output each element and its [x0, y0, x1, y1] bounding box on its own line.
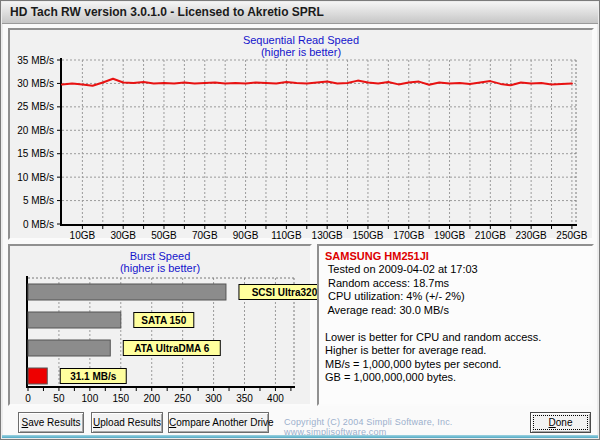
info-line: Average read: 30.0 MB/s	[325, 304, 586, 318]
info-line: Random access: 18.7ms	[325, 277, 586, 291]
burst-speed-chart: 050100150200250300350400SCSI Ultra320SAT…	[10, 246, 310, 404]
window-bottom-border	[2, 435, 598, 438]
svg-text:0: 0	[25, 393, 31, 404]
svg-text:150: 150	[112, 393, 129, 404]
svg-text:30 MB/s: 30 MB/s	[17, 78, 54, 89]
svg-text:170GB: 170GB	[393, 230, 424, 241]
svg-text:100: 100	[82, 393, 99, 404]
svg-text:20 MB/s: 20 MB/s	[17, 125, 54, 136]
info-line	[325, 317, 586, 331]
svg-text:10 MB/s: 10 MB/s	[17, 172, 54, 183]
save-results-button[interactable]: Save Results	[18, 412, 84, 433]
window-title: HD Tach RW version 3.0.1.0 - Licensed to…	[10, 5, 324, 19]
app-window: HD Tach RW version 3.0.1.0 - Licensed to…	[0, 0, 600, 440]
svg-text:25 MB/s: 25 MB/s	[17, 101, 54, 112]
svg-text:130GB: 130GB	[312, 230, 343, 241]
svg-text:50: 50	[53, 393, 65, 404]
svg-text:350: 350	[236, 393, 253, 404]
svg-text:300: 300	[205, 393, 222, 404]
svg-text:5 MB/s: 5 MB/s	[23, 195, 54, 206]
svg-text:0 MB/s: 0 MB/s	[23, 219, 54, 230]
burst-speed-panel: Burst Speed (higher is better) 050100150…	[8, 244, 312, 406]
svg-text:110GB: 110GB	[271, 230, 302, 241]
svg-text:250: 250	[174, 393, 191, 404]
svg-text:190GB: 190GB	[434, 230, 465, 241]
svg-text:400: 400	[267, 393, 284, 404]
title-bar[interactable]: HD Tach RW version 3.0.1.0 - Licensed to…	[2, 2, 598, 24]
svg-text:70GB: 70GB	[192, 230, 218, 241]
svg-text:15 MB/s: 15 MB/s	[17, 148, 54, 159]
compare-another-drive-button[interactable]: Compare Another Drive	[168, 412, 269, 433]
copyright-text: Copyright (C) 2004 Simpli Software, Inc.…	[284, 417, 534, 437]
svg-text:SCSI Ultra320: SCSI Ultra320	[252, 287, 318, 298]
svg-text:ATA UltraDMA 6: ATA UltraDMA 6	[134, 343, 209, 354]
info-line: CPU utilization: 4% (+/- 2%)	[325, 290, 586, 304]
svg-text:SATA 150: SATA 150	[141, 315, 186, 326]
svg-text:200: 200	[143, 393, 160, 404]
svg-text:31.1 MB/s: 31.1 MB/s	[70, 371, 117, 382]
drive-name: SAMSUNG HM251JI	[325, 249, 586, 263]
sequential-read-panel: Sequential Read Speed (higher is better)…	[8, 28, 594, 240]
info-line: Higher is better for average read.	[325, 344, 586, 358]
done-button[interactable]: Done	[530, 412, 591, 433]
sequential-read-chart: 0 MB/s5 MB/s10 MB/s15 MB/s20 MB/s25 MB/s…	[10, 30, 592, 238]
svg-text:35 MB/s: 35 MB/s	[17, 55, 54, 66]
svg-text:90GB: 90GB	[233, 230, 259, 241]
svg-text:10GB: 10GB	[70, 230, 96, 241]
svg-text:250GB: 250GB	[556, 230, 587, 241]
drive-info-panel: SAMSUNG HM251JI Tested on 2009-04-02 at …	[317, 244, 594, 406]
info-line: Tested on 2009-04-02 at 17:03	[325, 263, 586, 277]
svg-text:150GB: 150GB	[352, 230, 383, 241]
svg-text:230GB: 230GB	[516, 230, 547, 241]
info-line: MB/s = 1,000,000 bytes per second.	[325, 358, 586, 372]
upload-results-button[interactable]: Upload Results	[91, 412, 163, 433]
info-line: GB = 1,000,000,000 bytes.	[325, 371, 586, 385]
info-line: Lower is better for CPU and random acces…	[325, 331, 586, 345]
svg-text:50GB: 50GB	[151, 230, 177, 241]
svg-text:210GB: 210GB	[475, 230, 506, 241]
svg-text:30GB: 30GB	[110, 230, 136, 241]
